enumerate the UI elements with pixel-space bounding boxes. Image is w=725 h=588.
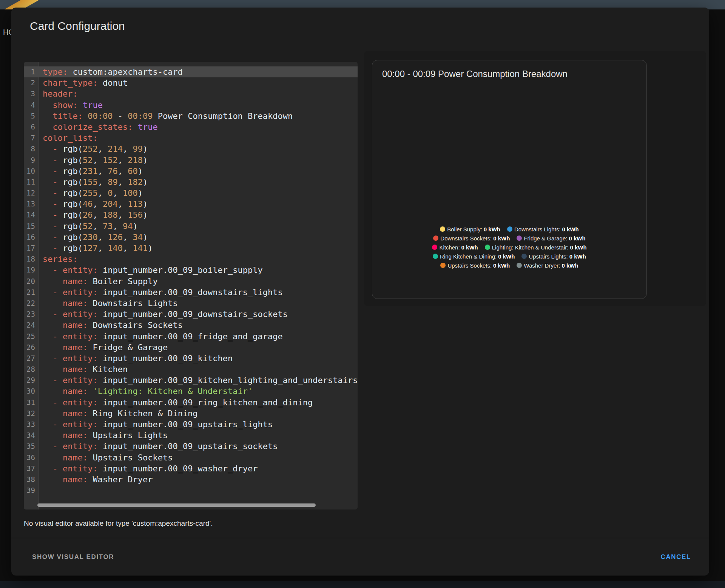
code-line-29[interactable]: 29 - entity: input_number.00_09_kitchen_… — [24, 375, 358, 386]
line-number: 34 — [24, 430, 39, 441]
code-line-16[interactable]: 16 - rgb(230, 126, 34) — [24, 232, 358, 243]
line-number: 6 — [24, 122, 39, 132]
show-visual-editor-button[interactable]: SHOW VISUAL EDITOR — [32, 553, 114, 561]
legend-item[interactable]: Lighting: Kitchen & Understair:0 kWh — [485, 244, 587, 251]
legend-label: Upstairs Lights: — [529, 253, 568, 260]
code-line-7[interactable]: 7color_list: — [24, 132, 358, 143]
code-line-13[interactable]: 13 - rgb(46, 204, 113) — [24, 199, 358, 209]
legend-value: 0 kWh — [569, 253, 586, 260]
code-line-17[interactable]: 17 - rgb(127, 140, 141) — [24, 243, 358, 254]
code-text: show: true — [39, 100, 103, 111]
code-line-34[interactable]: 34 name: Upstairs Lights — [24, 430, 358, 441]
code-line-1[interactable]: 1type: custom:apexcharts-card — [24, 66, 358, 77]
code-line-18[interactable]: 18series: — [24, 254, 358, 265]
code-text: - entity: input_number.00_09_downstairs_… — [39, 287, 283, 298]
code-line-25[interactable]: 25 - entity: input_number.00_09_fridge_a… — [24, 331, 358, 342]
legend-item[interactable]: Upstairs Sockets:0 kWh — [440, 262, 510, 269]
code-line-14[interactable]: 14 - rgb(26, 188, 156) — [24, 209, 358, 220]
code-line-22[interactable]: 22 name: Downstairs Lights — [24, 298, 358, 309]
chart-legend: Boiler Supply:0 kWhDownstairs Lights:0 k… — [372, 225, 646, 270]
editor-horizontal-scrollbar[interactable] — [37, 503, 316, 507]
line-number: 22 — [24, 298, 39, 309]
legend-value: 0 kWh — [493, 235, 510, 242]
code-text: name: Kitchen — [39, 364, 128, 375]
legend-item[interactable]: Boiler Supply:0 kWh — [440, 226, 500, 232]
legend-item[interactable]: Washer Dryer:0 kWh — [517, 262, 578, 269]
legend-dot-icon — [507, 226, 512, 232]
code-line-27[interactable]: 27 - entity: input_number.00_09_kitchen — [24, 353, 358, 364]
legend-dot-icon — [440, 263, 446, 268]
line-number: 3 — [24, 88, 39, 99]
legend-item[interactable]: Fridge & Garage:0 kWh — [517, 235, 585, 242]
legend-item[interactable]: Ring Kitchen & Dining:0 kWh — [433, 253, 515, 260]
line-number: 13 — [24, 199, 39, 209]
line-number: 38 — [24, 474, 39, 485]
code-line-23[interactable]: 23 - entity: input_number.00_09_downstai… — [24, 309, 358, 320]
yaml-code-editor[interactable]: 1type: custom:apexcharts-card2chart_type… — [24, 62, 358, 509]
no-visual-editor-message: No visual editor available for type 'cus… — [24, 519, 213, 528]
code-text: header: — [39, 88, 78, 99]
legend-item[interactable]: Downstairs Sockets:0 kWh — [433, 235, 510, 242]
code-line-9[interactable]: 9 - rgb(52, 152, 218) — [24, 155, 358, 166]
cancel-button[interactable]: CANCEL — [661, 553, 691, 561]
code-text: name: Downstairs Lights — [39, 298, 178, 309]
legend-item[interactable]: Downstairs Lights:0 kWh — [507, 226, 579, 232]
code-line-11[interactable]: 11 - rgb(155, 89, 182) — [24, 177, 358, 188]
code-line-3[interactable]: 3header: — [24, 88, 358, 99]
code-line-28[interactable]: 28 name: Kitchen — [24, 364, 358, 375]
legend-dot-icon — [432, 245, 437, 250]
code-line-32[interactable]: 32 name: Ring Kitchen & Dining — [24, 408, 358, 419]
code-text — [39, 485, 43, 496]
code-line-36[interactable]: 36 name: Upstairs Sockets — [24, 452, 358, 463]
line-number: 15 — [24, 221, 39, 232]
line-number: 20 — [24, 276, 39, 287]
code-line-38[interactable]: 38 name: Washer Dryer — [24, 474, 358, 485]
code-text: - rgb(231, 76, 60) — [39, 166, 143, 177]
code-line-33[interactable]: 33 - entity: input_number.00_09_upstairs… — [24, 419, 358, 430]
code-line-30[interactable]: 30 name: 'Lighting: Kitchen & Understair… — [24, 386, 358, 397]
code-line-8[interactable]: 8 - rgb(252, 214, 99) — [24, 143, 358, 154]
code-line-15[interactable]: 15 - rgb(52, 73, 94) — [24, 221, 358, 232]
legend-value: 0 kWh — [561, 262, 578, 269]
legend-label: Kitchen: — [439, 244, 460, 251]
code-text: - entity: input_number.00_09_washer_drye… — [39, 463, 258, 474]
code-text: name: Fridge & Garage — [39, 342, 168, 353]
code-text: chart_type: donut — [39, 77, 128, 88]
code-line-24[interactable]: 24 name: Downstairs Sockets — [24, 320, 358, 331]
line-number: 33 — [24, 419, 39, 430]
code-line-12[interactable]: 12 - rgb(255, 0, 100) — [24, 188, 358, 199]
legend-label: Ring Kitchen & Dining: — [440, 253, 497, 260]
code-line-26[interactable]: 26 name: Fridge & Garage — [24, 342, 358, 353]
code-line-4[interactable]: 4 show: true — [24, 100, 358, 111]
legend-label: Washer Dryer: — [524, 262, 560, 269]
line-number: 16 — [24, 232, 39, 243]
code-line-37[interactable]: 37 - entity: input_number.00_09_washer_d… — [24, 463, 358, 474]
card-configuration-dialog: Card Configuration 1type: custom:apexcha… — [11, 8, 709, 576]
code-line-39[interactable]: 39 — [24, 485, 358, 496]
code-text: series: — [39, 254, 78, 265]
code-text: name: 'Lighting: Kitchen & Understair' — [39, 386, 253, 397]
line-number: 27 — [24, 353, 39, 364]
legend-row: Downstairs Sockets:0 kWhFridge & Garage:… — [372, 234, 646, 243]
backdrop-bottom-strip — [0, 581, 725, 588]
legend-item[interactable]: Kitchen:0 kWh — [432, 244, 478, 251]
legend-row: Upstairs Sockets:0 kWhWasher Dryer:0 kWh — [372, 261, 646, 270]
code-line-2[interactable]: 2chart_type: donut — [24, 77, 358, 88]
code-line-35[interactable]: 35 - entity: input_number.00_09_upstairs… — [24, 441, 358, 452]
legend-value: 0 kWh — [562, 226, 579, 232]
code-line-19[interactable]: 19 - entity: input_number.00_09_boiler_s… — [24, 265, 358, 276]
legend-row: Kitchen:0 kWhLighting: Kitchen & Underst… — [372, 243, 646, 252]
code-line-21[interactable]: 21 - entity: input_number.00_09_downstai… — [24, 287, 358, 298]
code-line-6[interactable]: 6 colorize_states: true — [24, 122, 358, 132]
code-line-20[interactable]: 20 name: Boiler Supply — [24, 276, 358, 287]
code-line-10[interactable]: 10 - rgb(231, 76, 60) — [24, 166, 358, 177]
code-line-31[interactable]: 31 - entity: input_number.00_09_ring_kit… — [24, 397, 358, 408]
code-text: name: Upstairs Lights — [39, 430, 168, 441]
code-line-5[interactable]: 5 title: 00:00 - 00:09 Power Consumption… — [24, 111, 358, 122]
legend-item[interactable]: Upstairs Lights:0 kWh — [521, 253, 586, 260]
line-number: 37 — [24, 463, 39, 474]
code-text: name: Upstairs Sockets — [39, 452, 173, 463]
card-preview-panel: 00:00 - 00:09 Power Consumption Breakdow… — [364, 51, 706, 306]
legend-dot-icon — [485, 245, 490, 250]
code-text: color_list: — [39, 132, 98, 143]
